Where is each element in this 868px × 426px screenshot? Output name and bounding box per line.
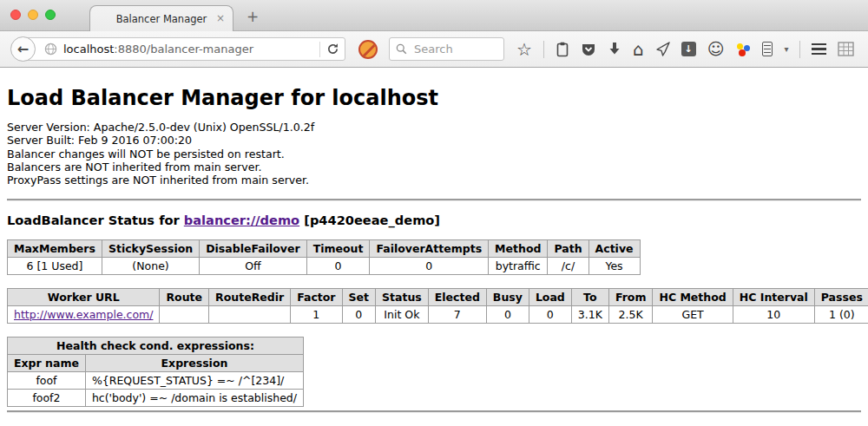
- send-plane-icon[interactable]: [655, 42, 670, 56]
- col-header: HC Interval: [733, 289, 814, 306]
- col-header: Set: [342, 289, 375, 306]
- table-cell: bytraffic: [489, 258, 548, 275]
- expression-cell: %{REQUEST_STATUS} =~ /^[234]/: [85, 372, 303, 390]
- clipboard-icon[interactable]: [556, 42, 569, 57]
- expr-name-cell: foof2: [8, 390, 86, 407]
- table-cell: 0: [370, 258, 489, 275]
- section-divider: [7, 199, 861, 201]
- page-content: Load Balancer Manager for localhost Serv…: [0, 86, 868, 413]
- page-title: Load Balancer Manager for localhost: [7, 86, 861, 110]
- status-suffix: [p4420eeae_demo]: [299, 213, 440, 227]
- url-domain: localhost: [63, 43, 114, 56]
- table-cell: (None): [102, 258, 199, 275]
- col-header: Passes: [814, 289, 868, 306]
- globe-icon[interactable]: [44, 43, 57, 56]
- col-header: RouteRedir: [209, 289, 291, 306]
- pocket-icon[interactable]: [581, 42, 596, 57]
- toolbar-divider: [799, 41, 800, 58]
- table-cell: [160, 306, 209, 324]
- zoom-window-button[interactable]: [45, 10, 56, 20]
- col-header: Status: [376, 289, 429, 306]
- col-header: Route: [160, 289, 209, 306]
- table-cell: Init Ok: [376, 306, 429, 324]
- minimize-window-button[interactable]: [28, 10, 38, 20]
- col-header: Expr name: [8, 355, 86, 372]
- table-row: foof %{REQUEST_STATUS} =~ /^[234]/: [8, 372, 304, 390]
- colored-dots-extension-icon[interactable]: [735, 42, 751, 57]
- menu-hamburger-icon[interactable]: [812, 43, 826, 56]
- search-icon: [396, 43, 407, 55]
- worker-url-link[interactable]: http://www.example.com/: [14, 308, 153, 321]
- col-header: Factor: [291, 289, 342, 306]
- col-header: From: [608, 289, 653, 306]
- title-bar: Balancer Manager × +: [0, 0, 868, 31]
- expr-name-cell: foof: [8, 372, 86, 390]
- col-header: Active: [589, 240, 640, 258]
- server-info-line: Balancers are NOT inherited from main se…: [7, 161, 861, 174]
- home-icon[interactable]: ⌂: [633, 41, 644, 58]
- server-info-line: Server Built: Feb 9 2016 07:00:20: [7, 134, 861, 147]
- tab-balancer-manager[interactable]: Balancer Manager ×: [89, 5, 233, 31]
- server-info: Server Version: Apache/2.5.0-dev (Unix) …: [7, 121, 861, 187]
- col-header: FailoverAttempts: [370, 240, 489, 258]
- col-header: Method: [489, 240, 548, 258]
- server-info-line: Balancer changes will NOT be persisted o…: [7, 147, 861, 161]
- search-input[interactable]: [412, 42, 490, 56]
- col-header: DisableFailover: [200, 240, 306, 258]
- reload-icon[interactable]: [326, 43, 339, 56]
- url-text[interactable]: localhost:8880/balancer-manager: [63, 43, 253, 56]
- download-icon[interactable]: [608, 42, 621, 56]
- table-cell: 0: [529, 306, 571, 324]
- worker-table: Worker URL Route RouteRedir Factor Set S…: [7, 288, 868, 324]
- col-header: Path: [548, 240, 589, 258]
- table-cell: http://www.example.com/: [8, 306, 160, 324]
- page-grid-icon[interactable]: [838, 42, 854, 56]
- toolbar-icons: ☆ ⌂ ↓ ☺ ▾: [516, 41, 854, 58]
- balancer-demo-link[interactable]: balancer://demo: [184, 213, 299, 227]
- col-header: Elected: [428, 289, 486, 306]
- table-cell: GET: [653, 306, 733, 324]
- table-header-row: MaxMembers StickySession DisableFailover…: [8, 240, 641, 258]
- table-header-row: Worker URL Route RouteRedir Factor Set S…: [8, 289, 868, 306]
- table-cell: [209, 306, 291, 324]
- table-cell: 1 (0): [814, 306, 868, 324]
- col-header: StickySession: [102, 240, 199, 258]
- health-check-table: Health check cond. expressions: Expr nam…: [7, 337, 304, 407]
- tab-close-icon[interactable]: ×: [216, 13, 225, 23]
- table-cell: /c/: [548, 258, 589, 275]
- server-info-line: Server Version: Apache/2.5.0-dev (Unix) …: [7, 121, 861, 134]
- video-download-icon[interactable]: ↓: [681, 42, 696, 56]
- bookmark-star-icon[interactable]: ☆: [516, 41, 532, 58]
- url-bar[interactable]: localhost:8880/balancer-manager: [23, 37, 345, 61]
- table-cell: 3.1K: [571, 306, 608, 324]
- chat-smiley-icon[interactable]: ☺: [707, 41, 725, 57]
- table-cell: Yes: [589, 258, 640, 275]
- expression-cell: hc('body') =~ /domain is established/: [85, 390, 303, 407]
- col-header: Worker URL: [8, 289, 160, 306]
- server-info-line: ProxyPass settings are NOT inherited fro…: [7, 174, 861, 187]
- col-header: Load: [529, 289, 571, 306]
- url-path: :8880/balancer-manager: [114, 43, 253, 56]
- col-header: HC Method: [653, 289, 733, 306]
- worker-row: http://www.example.com/ 1 0 Init Ok 7 0 …: [8, 306, 868, 324]
- search-bar[interactable]: [389, 37, 504, 61]
- loadbalancer-status-heading: LoadBalancer Status for balancer://demo …: [7, 213, 861, 227]
- table-cell: 7: [428, 306, 486, 324]
- toolbar-divider: [543, 41, 544, 58]
- urlbar-divider: [319, 42, 320, 57]
- col-header: Timeout: [306, 240, 370, 258]
- container-icon[interactable]: [762, 42, 773, 56]
- new-tab-button[interactable]: +: [247, 8, 259, 25]
- col-header: Busy: [486, 289, 529, 306]
- tab-title: Balancer Manager: [116, 13, 207, 25]
- close-window-button[interactable]: [10, 10, 21, 20]
- chevron-down-icon[interactable]: ▾: [784, 44, 788, 54]
- table-cell: 2.5K: [608, 306, 653, 324]
- back-button[interactable]: ←: [10, 36, 36, 62]
- table-cell: 10: [733, 306, 814, 324]
- table-cell: 1: [291, 306, 342, 324]
- table-cell: 0: [486, 306, 529, 324]
- image-blocker-icon[interactable]: [358, 40, 378, 59]
- window-controls: [10, 10, 56, 20]
- col-header: Expression: [85, 355, 303, 372]
